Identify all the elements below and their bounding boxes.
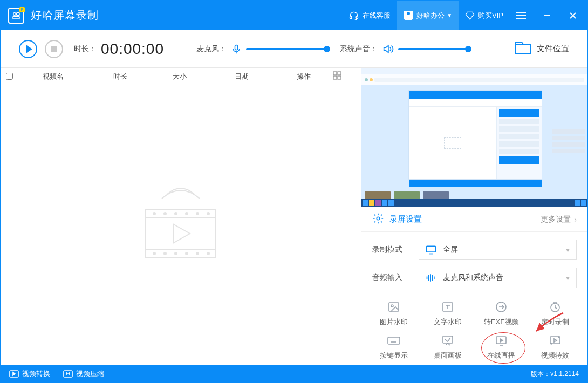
svg-point-42: [391, 305, 393, 307]
feature-text-watermark[interactable]: 文字水印: [421, 300, 475, 327]
screen-preview: [361, 68, 587, 207]
view-grid-icon[interactable]: [333, 71, 341, 81]
diamond-icon: [465, 11, 475, 20]
feature-video-effects[interactable]: 视频特效: [528, 333, 582, 360]
minimize-button[interactable]: [536, 1, 562, 30]
svg-point-21: [153, 213, 155, 215]
svg-rect-1: [17, 12, 19, 15]
chevron-down-icon: ▼: [447, 12, 452, 18]
chevron-down-icon: ▾: [566, 245, 570, 254]
svg-rect-46: [388, 337, 400, 344]
svg-point-0: [13, 12, 16, 15]
footer: 视频转换 视频压缩 版本：v1.1.2114: [1, 365, 587, 382]
svg-rect-16: [333, 76, 337, 79]
record-button[interactable]: [19, 40, 37, 58]
svg-rect-34: [427, 246, 436, 252]
buy-vip-button[interactable]: 购买VIP: [459, 1, 510, 30]
effects-icon: [548, 333, 562, 347]
svg-point-28: [164, 252, 166, 255]
menu-button[interactable]: [510, 1, 536, 30]
account-button[interactable]: 好哈办公 ▼: [397, 1, 459, 30]
keyboard-icon: [387, 333, 401, 347]
close-button[interactable]: [562, 1, 587, 30]
svg-point-22: [164, 213, 166, 215]
video-compress-button[interactable]: 视频压缩: [63, 369, 104, 379]
file-location-button[interactable]: 文件位置: [537, 44, 569, 54]
feature-live-stream[interactable]: 在线直播: [475, 333, 529, 360]
duration-value: 00:00:00: [101, 40, 164, 58]
empty-state: [1, 85, 361, 365]
close-icon: [569, 12, 577, 19]
penguin-icon: [404, 11, 413, 20]
chevron-right-icon: ›: [574, 215, 577, 224]
online-service-button[interactable]: 在线客服: [342, 1, 397, 30]
feature-scheduled-record[interactable]: 定时录制: [528, 300, 582, 327]
svg-point-31: [196, 252, 199, 255]
col-action: 操作: [277, 72, 331, 81]
convert-icon: [9, 370, 19, 378]
chevron-down-icon: ▾: [566, 273, 570, 282]
mode-label: 录制模式: [372, 245, 419, 255]
video-list-panel: 视频名 时长 大小 日期 操作: [1, 68, 361, 365]
folder-icon[interactable]: [515, 41, 531, 57]
more-settings-button[interactable]: 更多设置 ›: [541, 215, 577, 224]
stop-button[interactable]: [45, 40, 63, 58]
select-all-checkbox[interactable]: [6, 73, 13, 80]
text-icon: [441, 300, 455, 314]
live-icon: [494, 333, 508, 347]
svg-rect-52: [443, 336, 453, 343]
svg-rect-4: [356, 16, 358, 18]
app-title: 好哈屏幕录制: [31, 8, 99, 23]
speaker-icon[interactable]: [382, 43, 394, 55]
svg-rect-3: [350, 16, 352, 18]
image-icon: [387, 300, 401, 314]
svg-rect-11: [235, 45, 238, 50]
svg-point-30: [186, 252, 188, 255]
settings-title: 录屏设置: [389, 214, 422, 224]
record-mode-value: 全屏: [443, 245, 458, 255]
menu-icon: [516, 12, 526, 19]
content: 视频名 时长 大小 日期 操作: [1, 68, 587, 365]
svg-point-29: [175, 252, 177, 255]
system-volume-slider[interactable]: [398, 48, 468, 50]
feature-grid: 图片水印 文字水印 转EXE视频 定时录制 按键显示 桌面画板: [361, 298, 587, 360]
pro-badge: P: [19, 7, 25, 12]
record-mode-select[interactable]: 全屏 ▾: [419, 240, 577, 260]
board-icon: [441, 333, 455, 347]
svg-rect-2: [13, 16, 19, 19]
monitor-icon: [426, 245, 436, 255]
svg-rect-17: [338, 76, 341, 79]
svg-point-56: [558, 337, 559, 338]
mic-volume-slider[interactable]: [246, 48, 327, 50]
audio-input-select[interactable]: 麦克风和系统声音 ▾: [419, 268, 577, 288]
feature-keystroke-display[interactable]: 按键显示: [367, 333, 421, 360]
play-icon: [26, 45, 32, 53]
svg-rect-14: [333, 72, 337, 75]
mic-label: 麦克风：: [196, 44, 227, 54]
mic-icon[interactable]: [231, 44, 242, 54]
col-size: 大小: [153, 72, 207, 81]
video-convert-button[interactable]: 视频转换: [9, 369, 50, 379]
settings-header: 录屏设置 更多设置 ›: [361, 207, 587, 232]
convert-icon: [494, 300, 508, 314]
system-sound-label: 系统声音：: [340, 44, 378, 54]
feature-exe-video[interactable]: 转EXE视频: [475, 300, 529, 327]
feature-image-watermark[interactable]: 图片水印: [367, 300, 421, 327]
compress-icon: [63, 370, 73, 378]
col-name: 视频名: [18, 72, 88, 81]
buy-vip-label: 购买VIP: [478, 11, 503, 20]
online-service-label: 在线客服: [363, 11, 391, 20]
audio-input-value: 麦克风和系统声音: [443, 273, 503, 283]
account-label: 好哈办公: [416, 11, 445, 20]
svg-point-23: [175, 213, 177, 215]
gear-icon: [372, 213, 384, 227]
duration-label: 时长：: [74, 44, 97, 54]
col-date: 日期: [207, 72, 277, 81]
svg-point-27: [153, 252, 155, 255]
version-label: 版本：v1.1.2114: [531, 370, 579, 379]
svg-point-33: [377, 217, 380, 220]
feature-desktop-board[interactable]: 桌面画板: [421, 333, 475, 360]
settings-rows: 录制模式 全屏 ▾ 音频输入 麦克风和系统声音 ▾: [361, 232, 587, 298]
svg-rect-18: [146, 209, 216, 258]
headset-icon: [348, 10, 359, 21]
